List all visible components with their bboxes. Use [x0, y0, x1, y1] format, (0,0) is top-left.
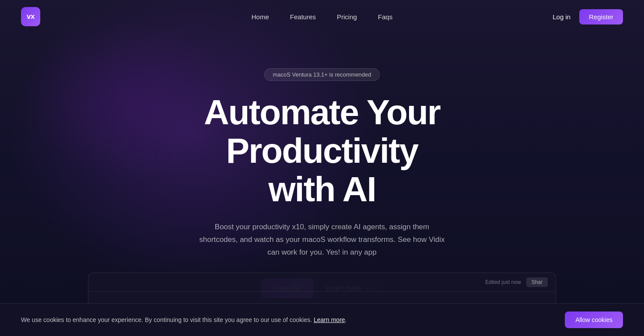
- cookie-message: We use cookies to enhance your experienc…: [21, 316, 312, 323]
- edited-label: Edited just now: [485, 279, 521, 285]
- login-button[interactable]: Log in: [553, 13, 570, 21]
- nav-links: Home Features Pricing Faqs: [252, 13, 392, 21]
- register-button[interactable]: Register: [579, 9, 623, 24]
- hero-title-line2: with AI: [268, 170, 375, 209]
- nav-home[interactable]: Home: [252, 13, 269, 21]
- nav-features[interactable]: Features: [290, 13, 316, 21]
- hero-section: macoS Ventura 13.1+ is recommended Autom…: [0, 33, 644, 298]
- cookie-learn-more-link[interactable]: Learn more: [314, 316, 345, 323]
- hero-title: Automate Your Productivity with AI: [125, 93, 519, 209]
- allow-cookies-button[interactable]: Allow cookies: [565, 312, 623, 328]
- app-preview-bar: Edited just now Shar: [88, 273, 556, 292]
- macos-badge: macoS Ventura 13.1+ is recommended: [264, 68, 379, 81]
- cookie-text: We use cookies to enhance your experienc…: [21, 316, 347, 323]
- hero-subtitle: Boost your productivity x10, simply crea…: [195, 221, 449, 259]
- nav-actions: Log in Register: [553, 9, 623, 24]
- nav-pricing[interactable]: Pricing: [337, 13, 357, 21]
- nav-faqs[interactable]: Faqs: [378, 13, 392, 21]
- share-button[interactable]: Shar: [526, 277, 548, 287]
- hero-title-line1: Automate Your Productivity: [204, 93, 440, 170]
- navbar: vx Home Features Pricing Faqs Log in Reg…: [0, 0, 644, 33]
- logo[interactable]: vx: [21, 7, 40, 26]
- cookie-banner: We use cookies to enhance your experienc…: [0, 303, 644, 336]
